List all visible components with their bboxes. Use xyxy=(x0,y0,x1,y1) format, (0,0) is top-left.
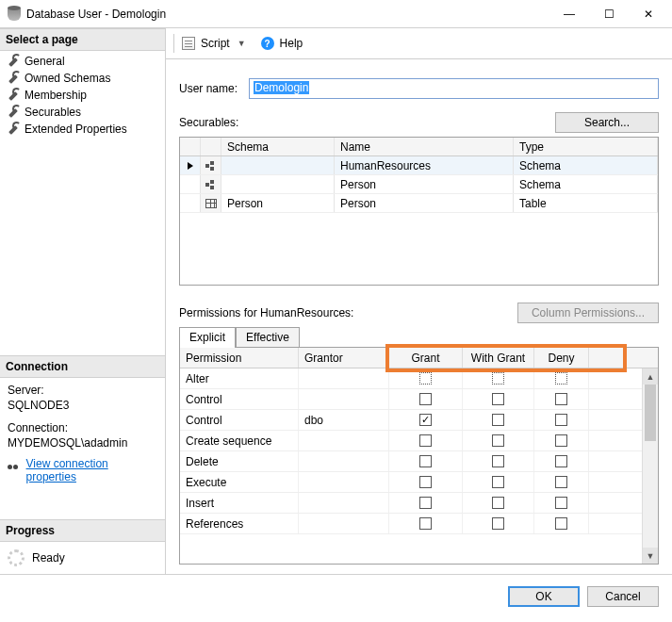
checkbox[interactable] xyxy=(555,414,567,426)
cell-permission: Execute xyxy=(180,472,299,492)
cell-grantor xyxy=(299,514,389,533)
permission-row[interactable]: Delete xyxy=(180,451,658,472)
checkbox[interactable] xyxy=(492,372,504,385)
checkbox[interactable] xyxy=(419,372,432,385)
cell-schema xyxy=(221,175,335,193)
scroll-up-icon[interactable]: ▲ xyxy=(643,368,658,385)
table-icon xyxy=(205,199,217,208)
checkbox[interactable] xyxy=(419,455,432,467)
nav-securables[interactable]: Securables xyxy=(0,104,165,121)
checkbox[interactable] xyxy=(555,497,567,509)
checkbox[interactable] xyxy=(419,434,432,447)
checkbox[interactable] xyxy=(419,497,432,509)
cell-permission: Delete xyxy=(180,451,299,471)
progress-body: Ready xyxy=(0,542,165,574)
permission-row[interactable]: Insert xyxy=(180,493,658,514)
tab-effective[interactable]: Effective xyxy=(236,327,300,348)
nav-general[interactable]: General xyxy=(0,53,165,70)
page-nav: General Owned Schemas Membership Securab… xyxy=(0,51,165,139)
checkbox[interactable] xyxy=(555,372,567,385)
col-with-grant[interactable]: With Grant xyxy=(463,348,534,368)
checkbox[interactable] xyxy=(492,414,504,426)
checkbox[interactable] xyxy=(555,476,567,488)
scrollbar[interactable]: ▲ ▼ xyxy=(642,368,658,564)
permission-row[interactable]: Execute xyxy=(180,472,658,493)
checkbox[interactable] xyxy=(419,476,432,488)
nav-owned-schemas[interactable]: Owned Schemas xyxy=(0,70,165,87)
col-permission[interactable]: Permission xyxy=(180,348,299,368)
permission-row[interactable]: Control xyxy=(180,389,658,410)
permission-row[interactable]: Create sequence xyxy=(180,431,658,451)
connection-info: Server: SQLNODE3 Connection: MYDEMOSQL\a… xyxy=(0,378,165,491)
checkbox[interactable] xyxy=(492,434,504,447)
checkbox[interactable] xyxy=(555,434,567,447)
cell-permission: References xyxy=(180,514,299,533)
wrench-icon xyxy=(8,56,19,67)
dialog-footer: OK Cancel xyxy=(0,575,672,618)
permission-row[interactable]: Alter xyxy=(180,368,658,389)
col-schema[interactable]: Schema xyxy=(221,138,335,156)
titlebar: Database User - Demologin — ☐ ✕ xyxy=(0,0,672,28)
window-title: Database User - Demologin xyxy=(26,8,549,21)
close-button[interactable]: ✕ xyxy=(629,1,668,27)
schema-icon xyxy=(205,180,217,189)
main-pane: Script ▼ ? Help User name: Demologin Sec… xyxy=(166,28,672,574)
checkbox[interactable] xyxy=(555,393,567,405)
col-grant[interactable]: Grant xyxy=(389,348,463,368)
database-icon xyxy=(8,8,21,21)
toolbar: Script ▼ ? Help xyxy=(166,28,672,58)
wrench-icon xyxy=(8,73,19,84)
nav-extended-properties[interactable]: Extended Properties xyxy=(0,121,165,138)
cancel-button[interactable]: Cancel xyxy=(587,586,659,607)
checkbox[interactable] xyxy=(555,517,567,530)
cell-grantor xyxy=(299,368,389,388)
checkbox[interactable] xyxy=(555,455,567,467)
username-input[interactable]: Demologin xyxy=(249,78,659,99)
scroll-thumb[interactable] xyxy=(645,385,656,441)
permissions-grid[interactable]: Permission Grantor Grant With Grant Deny… xyxy=(179,347,659,565)
securable-row[interactable]: PersonSchema xyxy=(180,175,658,194)
nav-label: Membership xyxy=(25,89,87,102)
progress-status: Ready xyxy=(32,551,65,565)
securable-row[interactable]: HumanResourcesSchema xyxy=(180,156,658,175)
cell-grantor xyxy=(299,493,389,513)
help-button[interactable]: Help xyxy=(280,37,303,50)
col-type[interactable]: Type xyxy=(514,138,658,156)
scroll-down-icon[interactable]: ▼ xyxy=(643,548,658,564)
checkbox[interactable] xyxy=(419,414,432,426)
people-icon xyxy=(8,465,21,476)
cell-name: Person xyxy=(335,194,514,212)
checkbox[interactable] xyxy=(492,517,504,530)
cell-grantor xyxy=(299,431,389,450)
minimize-button[interactable]: — xyxy=(549,1,589,27)
checkbox[interactable] xyxy=(492,455,504,467)
script-button[interactable]: Script xyxy=(201,37,230,50)
ok-button[interactable]: OK xyxy=(508,586,580,607)
checkbox[interactable] xyxy=(492,476,504,488)
securable-row[interactable]: PersonPersonTable xyxy=(180,194,658,213)
col-deny[interactable]: Deny xyxy=(534,348,589,368)
col-name[interactable]: Name xyxy=(335,138,514,156)
checkbox[interactable] xyxy=(419,517,432,530)
permissions-label: Permissions for HumanResources: xyxy=(179,306,353,319)
search-button[interactable]: Search... xyxy=(555,112,659,133)
script-dropdown-icon[interactable]: ▼ xyxy=(238,39,246,48)
cell-permission: Insert xyxy=(180,493,299,513)
permission-row[interactable]: Controldbo xyxy=(180,410,658,431)
securables-grid[interactable]: Schema Name Type HumanResourcesSchemaPer… xyxy=(179,137,659,286)
select-page-header: Select a page xyxy=(0,28,165,51)
server-value: SQLNODE3 xyxy=(8,399,157,412)
col-grantor[interactable]: Grantor xyxy=(299,348,389,368)
cell-schema: Person xyxy=(221,194,335,212)
nav-membership[interactable]: Membership xyxy=(0,87,165,104)
progress-header: Progress xyxy=(0,519,165,542)
maximize-button[interactable]: ☐ xyxy=(589,1,629,27)
permission-row[interactable]: References xyxy=(180,514,658,534)
wrench-icon xyxy=(8,123,19,135)
view-connection-properties-link[interactable]: View connection properties xyxy=(26,457,157,483)
checkbox[interactable] xyxy=(419,393,432,405)
cell-permission: Control xyxy=(180,389,299,409)
checkbox[interactable] xyxy=(492,393,504,405)
tab-explicit[interactable]: Explicit xyxy=(179,327,236,348)
checkbox[interactable] xyxy=(492,497,504,509)
